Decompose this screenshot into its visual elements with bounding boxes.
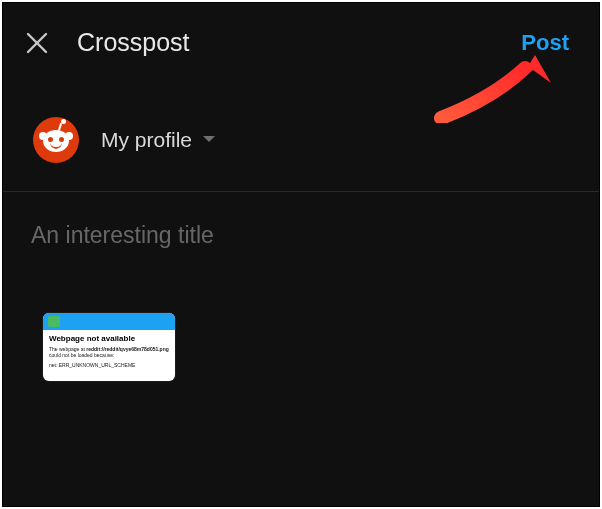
thumbnail-error-line1: The webpage at reddit://reddit/qvye68m78… (49, 346, 169, 359)
title-input[interactable]: An interesting title (31, 222, 571, 249)
close-icon[interactable] (23, 29, 51, 57)
avatar (33, 117, 79, 163)
post-button[interactable]: Post (521, 30, 579, 56)
crosspost-thumbnail[interactable]: Webpage not available The webpage at red… (43, 313, 175, 381)
page-title: Crosspost (77, 28, 521, 57)
profile-label: My profile (101, 128, 192, 152)
thumbnail-error-heading: Webpage not available (49, 334, 169, 343)
header: Crosspost Post (3, 3, 599, 75)
community-selector[interactable]: My profile (3, 101, 599, 191)
thumbnail-header-bar (43, 313, 175, 330)
chevron-down-icon (202, 131, 216, 149)
thumbnail-error-line2: net::ERR_UNKNOWN_URL_SCHEME (49, 362, 169, 368)
